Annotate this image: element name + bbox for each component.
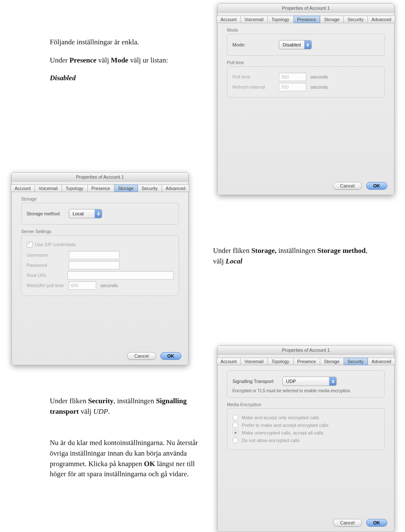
doc-text-storage: Under fliken Storage, inställningen Stor… [213, 246, 373, 266]
sig-transport-label: Signalling Transport [232, 379, 282, 384]
username-label: Username [27, 252, 69, 258]
presence-panel: Properties of Account 1 Account Voicemai… [217, 3, 394, 195]
storage-section-label: Storage [21, 196, 179, 201]
ok-button[interactable]: OK [366, 519, 388, 527]
sig-transport-group: Signalling Transport UDP Encrypted or TL… [227, 370, 385, 398]
doc-text-security: Under fliken Security, inställningen Sig… [50, 396, 202, 480]
radio-unencrypted-label: Make unencrypted calls, accept all calls [242, 430, 323, 435]
tab-topology[interactable]: Topology [268, 16, 294, 23]
chevron-updown-icon [329, 377, 336, 385]
use-sip-label: Use SIP credentials [35, 242, 76, 247]
server-settings-group: Use SIP credentials Username Password Ro… [21, 235, 179, 296]
media-encryption-label: Media Encryption [227, 402, 385, 407]
chevron-updown-icon [304, 41, 311, 49]
poll-group: Poll time seconds Refresh interval secon… [227, 66, 385, 98]
radio-only-encrypted-label: Make and accept only encrypted calls [242, 415, 319, 420]
password-input[interactable] [69, 261, 119, 269]
webdav-poll-unit: seconds [100, 283, 118, 288]
poll-time-unit: seconds [310, 74, 328, 79]
window-title: Properties of Account 1 [218, 4, 394, 13]
window-title: Properties of Account 1 [12, 173, 188, 182]
refresh-interval-input[interactable] [279, 83, 306, 91]
storage-panel: Properties of Account 1 Account Voicemai… [11, 172, 189, 365]
tab-presence[interactable]: Presence [88, 185, 114, 192]
tab-topology[interactable]: Topology [62, 185, 88, 192]
radio-prefer-encrypted[interactable] [232, 422, 238, 428]
tab-advanced[interactable]: Advanced [162, 185, 190, 192]
tab-presence[interactable]: Presence [294, 358, 320, 365]
tab-presence[interactable]: Presence [294, 16, 320, 23]
security-panel: Properties of Account 1 Account Voicemai… [217, 345, 394, 532]
radio-only-encrypted[interactable] [232, 415, 238, 421]
refresh-interval-unit: seconds [310, 84, 328, 90]
radio-prefer-encrypted-label: Prefer to make and accept encrypted call… [242, 423, 328, 428]
storage-group: Storage method Local [21, 203, 179, 225]
tab-bar: Account Voicemail Topology Presence Stor… [218, 358, 394, 365]
chevron-updown-icon [94, 209, 102, 218]
poll-time-input[interactable] [279, 73, 306, 81]
sig-note: Encrypted or TLS must be selected to ena… [232, 388, 379, 393]
window-title: Properties of Account 1 [218, 346, 394, 355]
sig-transport-dropdown[interactable]: UDP [282, 377, 337, 386]
root-url-input[interactable] [68, 271, 173, 280]
mode-section-label: Mode [227, 27, 385, 33]
mode-dropdown[interactable]: Disabled [279, 40, 312, 49]
tab-account[interactable]: Account [216, 16, 241, 23]
radio-no-encrypted-label: Do not allow encrypted calls [242, 438, 300, 443]
cancel-button[interactable]: Cancel [333, 182, 362, 190]
radio-unencrypted[interactable] [232, 430, 238, 436]
tab-account[interactable]: Account [216, 358, 241, 365]
ok-button[interactable]: OK [160, 352, 182, 360]
tab-voicemail[interactable]: Voicemail [241, 358, 268, 365]
tab-bar: Account Voicemail Topology Presence Stor… [218, 16, 394, 23]
tab-bar: Account Voicemail Topology Presence Stor… [12, 185, 188, 192]
server-settings-label: Server Settings [21, 229, 179, 234]
tab-topology[interactable]: Topology [268, 358, 294, 365]
tab-storage[interactable]: Storage [114, 185, 138, 192]
tab-account[interactable]: Account [11, 185, 35, 192]
tab-voicemail[interactable]: Voicemail [241, 16, 268, 23]
ok-button[interactable]: OK [366, 182, 388, 190]
mode-label: Mode: [232, 42, 279, 47]
cancel-button[interactable]: Cancel [127, 352, 156, 360]
tab-voicemail[interactable]: Voicemail [35, 185, 62, 192]
poll-time-label: Poll time [232, 74, 279, 79]
use-sip-checkbox[interactable] [27, 242, 32, 247]
mode-group: Mode: Disabled [227, 34, 385, 56]
media-encryption-group: Make and accept only encrypted calls Pre… [227, 408, 385, 450]
cancel-button[interactable]: Cancel [333, 519, 362, 527]
doc-text-presence: Följande inställningar är enkla. Under P… [50, 37, 206, 84]
tab-security[interactable]: Security [138, 185, 162, 192]
tab-security[interactable]: Security [344, 16, 368, 23]
username-input[interactable] [69, 251, 119, 259]
tab-storage[interactable]: Storage [320, 358, 344, 365]
tab-security[interactable]: Security [344, 358, 368, 365]
storage-method-dropdown[interactable]: Local [69, 209, 102, 218]
refresh-interval-label: Refresh interval [232, 84, 279, 90]
tab-advanced[interactable]: Advanced [368, 358, 396, 365]
poll-section-label: Poll time [227, 60, 385, 65]
storage-method-label: Storage method [27, 211, 69, 216]
tab-advanced[interactable]: Advanced [368, 16, 396, 23]
password-label: Password [27, 263, 69, 268]
webdav-poll-input[interactable] [69, 281, 96, 290]
webdav-poll-label: WebDAV poll time [27, 283, 69, 288]
radio-no-encrypted[interactable] [232, 437, 238, 443]
tab-storage[interactable]: Storage [320, 16, 344, 23]
root-url-label: Root URL [27, 273, 68, 278]
